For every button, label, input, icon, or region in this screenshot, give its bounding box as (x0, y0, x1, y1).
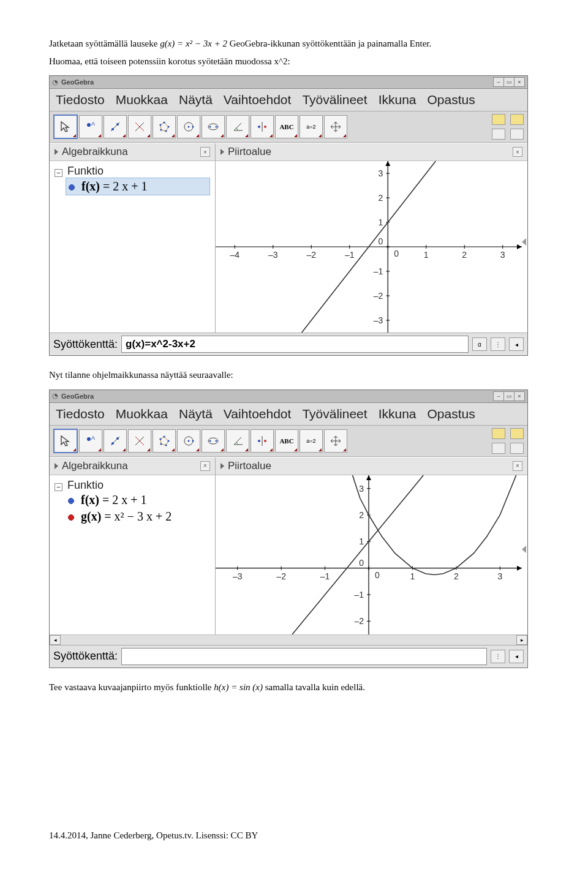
tool-slider[interactable]: a=2 (300, 115, 323, 138)
enter-button[interactable]: ◂ (509, 650, 524, 663)
close-icon[interactable]: × (513, 461, 522, 471)
tool-perpendicular[interactable] (128, 429, 151, 453)
help-icon[interactable] (492, 129, 505, 140)
tool-angle[interactable] (226, 429, 249, 453)
settings-icon[interactable] (510, 129, 524, 140)
svg-point-74 (216, 440, 217, 442)
svg-marker-80 (517, 565, 522, 570)
menu-nayta[interactable]: Näytä (179, 92, 213, 107)
dropdown-button[interactable]: ⋮ (491, 337, 505, 351)
svg-point-12 (159, 124, 161, 126)
close-icon[interactable]: × (200, 147, 210, 157)
svg-point-3 (111, 128, 114, 130)
funktio-label: Funktio (67, 165, 104, 177)
geogebra-window-1: ◔ GeoGebra – ▭ × Tiedosto Muokkaa Näytä … (49, 75, 528, 356)
svg-marker-81 (366, 475, 371, 480)
input-field[interactable] (121, 648, 487, 665)
menu-muokkaa[interactable]: Muokkaa (116, 92, 168, 107)
algebra-panel: Algebraikkuna× –Funktio f(x) = 2 x + 1 (50, 143, 216, 333)
menu-opastus[interactable]: Opastus (428, 92, 475, 107)
tool-reflect[interactable] (251, 429, 274, 453)
svg-point-67 (160, 443, 162, 445)
svg-text:1: 1 (424, 250, 429, 260)
svg-text:3: 3 (500, 250, 505, 260)
input-field[interactable] (121, 336, 469, 353)
tool-circle[interactable] (177, 429, 200, 453)
svg-text:1: 1 (378, 217, 383, 227)
maximize-button[interactable]: ▭ (503, 391, 514, 401)
tool-text[interactable]: ABC (275, 429, 298, 453)
tool-polygon[interactable] (153, 115, 176, 138)
scroll-left-icon[interactable]: ◂ (50, 635, 61, 645)
titlebar: ◔ GeoGebra – ▭ × (50, 390, 527, 403)
close-icon[interactable]: × (513, 147, 522, 157)
tool-ellipse[interactable] (202, 115, 225, 138)
tool-text[interactable]: ABC (275, 115, 298, 138)
tool-reflect[interactable] (251, 115, 274, 138)
close-icon[interactable]: × (200, 461, 210, 471)
undo-icon[interactable] (492, 428, 505, 439)
svg-point-11 (160, 129, 162, 130)
graphics-panel-title: Piirtoalue (228, 146, 271, 158)
algebra-item-g[interactable]: g(x) = x² − 3 x + 2 (66, 508, 210, 525)
input-label: Syöttökenttä: (53, 338, 118, 351)
menu-ikkuna[interactable]: Ikkuna (379, 92, 417, 107)
tool-move-view[interactable] (324, 429, 347, 453)
close-button[interactable]: × (514, 77, 525, 87)
menu-vaihtoehdot[interactable]: Vaihtoehdot (224, 407, 292, 421)
graphics-panel[interactable]: Piirtoalue× –3–2–10123–2–11230 (216, 457, 527, 634)
tool-point[interactable]: A (79, 429, 102, 453)
tool-circle[interactable] (177, 115, 200, 138)
svg-text:–1: –1 (354, 590, 364, 600)
graphics-panel[interactable]: Piirtoalue× –4–3–2–10123–3–2–11230 (216, 143, 527, 333)
svg-point-70 (188, 440, 190, 442)
svg-point-21 (264, 126, 266, 128)
tool-move[interactable] (53, 429, 78, 453)
alpha-button[interactable]: α (472, 337, 487, 351)
redo-icon[interactable] (510, 114, 524, 125)
settings-icon[interactable] (510, 443, 524, 454)
menu-opastus[interactable]: Opastus (428, 407, 475, 421)
tree-toggle[interactable]: – (55, 483, 62, 491)
menubar: Tiedosto Muokkaa Näytä Vaihtoehdot Työvä… (50, 89, 527, 111)
tool-line[interactable] (104, 429, 127, 453)
menu-ikkuna[interactable]: Ikkuna (379, 407, 417, 421)
algebra-item-f[interactable]: f(x) = 2 x + 1 (66, 178, 210, 195)
tool-ellipse[interactable] (202, 429, 225, 453)
algebra-item-f[interactable]: f(x) = 2 x + 1 (66, 492, 210, 508)
svg-point-14 (188, 126, 190, 128)
scroll-right-icon[interactable]: ▸ (516, 635, 527, 645)
dropdown-button[interactable]: ⋮ (491, 650, 505, 663)
maximize-button[interactable]: ▭ (503, 77, 514, 87)
titlebar: ◔ GeoGebra – ▭ × (50, 76, 527, 89)
menu-tyovalineet[interactable]: Työvälineet (302, 92, 367, 107)
menu-tiedosto[interactable]: Tiedosto (56, 92, 105, 107)
tool-move[interactable] (53, 115, 78, 139)
menu-tyovalineet[interactable]: Työvälineet (302, 407, 367, 421)
close-button[interactable]: × (514, 391, 525, 401)
svg-text:–3: –3 (233, 571, 243, 581)
svg-text:3: 3 (378, 168, 383, 178)
minimize-button[interactable]: – (493, 391, 504, 401)
svg-point-77 (264, 440, 266, 442)
menu-tiedosto[interactable]: Tiedosto (56, 407, 105, 421)
menu-muokkaa[interactable]: Muokkaa (116, 407, 168, 421)
menu-nayta[interactable]: Näytä (179, 407, 213, 421)
svg-point-60 (116, 437, 119, 440)
tool-line[interactable] (104, 115, 127, 138)
undo-icon[interactable] (492, 114, 505, 125)
minimize-button[interactable]: – (493, 77, 504, 87)
help-icon[interactable] (492, 443, 505, 454)
tool-move-view[interactable] (324, 115, 347, 138)
redo-icon[interactable] (510, 428, 524, 439)
tool-point[interactable]: A (79, 115, 102, 138)
graphics-panel-title: Piirtoalue (228, 460, 271, 472)
enter-button[interactable]: ◂ (509, 337, 524, 351)
tool-perpendicular[interactable] (128, 115, 151, 138)
horizontal-scrollbar[interactable]: ◂ ▸ (50, 634, 527, 645)
menu-vaihtoehdot[interactable]: Vaihtoehdot (224, 92, 292, 107)
tool-polygon[interactable] (153, 429, 176, 453)
tool-slider[interactable]: a=2 (300, 429, 323, 453)
tree-toggle[interactable]: – (55, 169, 62, 177)
tool-angle[interactable] (226, 115, 249, 138)
